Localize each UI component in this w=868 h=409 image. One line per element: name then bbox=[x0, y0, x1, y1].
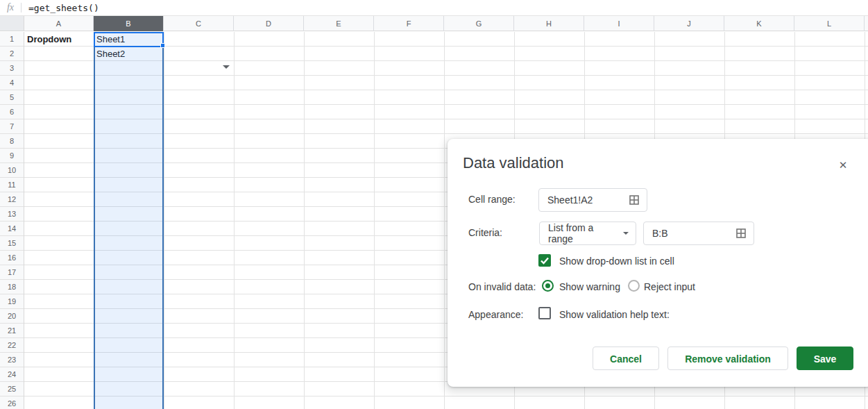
row-header-23[interactable]: 23 bbox=[0, 353, 24, 367]
column-header-h[interactable]: H bbox=[514, 16, 584, 31]
remove-validation-button[interactable]: Remove validation bbox=[667, 347, 788, 370]
select-range-icon[interactable] bbox=[629, 194, 640, 206]
row-header-25[interactable]: 25 bbox=[0, 382, 24, 397]
save-button[interactable]: Save bbox=[797, 347, 853, 370]
row-header-20[interactable]: 20 bbox=[0, 309, 24, 324]
column-header-e[interactable]: E bbox=[304, 16, 374, 31]
cell-range-label: Cell range: bbox=[468, 194, 516, 205]
row-header-15[interactable]: 15 bbox=[0, 236, 24, 251]
row-header-8[interactable]: 8 bbox=[0, 134, 24, 149]
row-header-12[interactable]: 12 bbox=[0, 192, 24, 207]
column-header-g[interactable]: G bbox=[444, 16, 514, 31]
column-header-i[interactable]: I bbox=[584, 16, 654, 31]
cell-range-value: Sheet1!A2 bbox=[547, 194, 629, 206]
criteria-range-input[interactable]: B:B bbox=[643, 222, 754, 245]
data-validation-dialog: Data validation ✕ Cell range: Sheet1!A2 … bbox=[448, 139, 868, 387]
column-header-l[interactable]: L bbox=[794, 16, 865, 31]
column-header-d[interactable]: D bbox=[234, 16, 304, 31]
row-header-3[interactable]: 3 bbox=[0, 61, 24, 76]
criteria-range-value: B:B bbox=[652, 228, 735, 239]
column-headers: ABCDEFGHIJKL bbox=[0, 16, 868, 31]
dropdown-arrow-icon bbox=[623, 232, 629, 235]
show-dropdown-label: Show drop-down list in cell bbox=[559, 256, 674, 267]
help-text-checkbox[interactable] bbox=[538, 307, 551, 319]
cell-a1[interactable]: Dropdown bbox=[24, 32, 94, 47]
column-header-j[interactable]: J bbox=[654, 16, 724, 31]
cancel-button[interactable]: Cancel bbox=[593, 347, 659, 370]
fill-handle[interactable] bbox=[160, 43, 165, 48]
formula-bar-divider bbox=[21, 3, 22, 12]
row-header-18[interactable]: 18 bbox=[0, 280, 24, 294]
row-header-24[interactable]: 24 bbox=[0, 367, 24, 382]
show-warning-radio[interactable] bbox=[542, 280, 554, 292]
column-header-c[interactable]: C bbox=[164, 16, 234, 31]
row-header-1[interactable]: 1 bbox=[0, 32, 24, 47]
show-dropdown-checkbox[interactable] bbox=[538, 254, 551, 267]
on-invalid-data-label: On invalid data: bbox=[468, 281, 536, 292]
criteria-label: Criteria: bbox=[468, 227, 502, 238]
checkmark-icon bbox=[538, 254, 551, 267]
row-header-2[interactable]: 2 bbox=[0, 47, 24, 61]
reject-input-radio[interactable] bbox=[628, 280, 640, 292]
row-header-16[interactable]: 16 bbox=[0, 251, 24, 265]
close-icon[interactable]: ✕ bbox=[836, 158, 850, 172]
column-header-b[interactable]: B bbox=[94, 16, 164, 31]
row-header-6[interactable]: 6 bbox=[0, 105, 24, 119]
row-header-26[interactable]: 26 bbox=[0, 397, 24, 409]
row-header-5[interactable]: 5 bbox=[0, 90, 24, 105]
dialog-title: Data validation bbox=[463, 154, 564, 172]
row-header-10[interactable]: 10 bbox=[0, 163, 24, 178]
select-range-icon[interactable] bbox=[735, 228, 747, 239]
formula-input[interactable]: =get_sheets() bbox=[28, 3, 99, 13]
column-header-k[interactable]: K bbox=[724, 16, 794, 31]
row-header-19[interactable]: 19 bbox=[0, 294, 24, 309]
row-header-11[interactable]: 11 bbox=[0, 178, 24, 192]
fx-icon: fx bbox=[0, 2, 21, 13]
row-header-21[interactable]: 21 bbox=[0, 324, 24, 338]
criteria-dropdown[interactable]: List from a range bbox=[539, 222, 636, 245]
cell-dropdown-arrow-icon[interactable] bbox=[223, 65, 230, 69]
row-header-4[interactable]: 4 bbox=[0, 76, 24, 90]
help-text-label: Show validation help text: bbox=[559, 309, 670, 320]
row-headers: 1234567891011121314151617181920212223242… bbox=[0, 32, 24, 409]
appearance-label: Appearance: bbox=[468, 309, 523, 320]
row-header-13[interactable]: 13 bbox=[0, 207, 24, 222]
cell-b1[interactable]: Sheet1 bbox=[94, 32, 164, 47]
row-header-14[interactable]: 14 bbox=[0, 222, 24, 236]
cell-b2[interactable]: Sheet2 bbox=[94, 47, 164, 61]
row-header-17[interactable]: 17 bbox=[0, 265, 24, 280]
show-warning-label: Show warning bbox=[559, 281, 620, 292]
column-header-a[interactable]: A bbox=[24, 16, 94, 31]
select-all-corner[interactable] bbox=[0, 16, 24, 31]
cell-range-input[interactable]: Sheet1!A2 bbox=[538, 188, 647, 212]
row-header-7[interactable]: 7 bbox=[0, 119, 24, 134]
criteria-selected-option: List from a range bbox=[548, 222, 618, 244]
formula-bar: fx =get_sheets() bbox=[0, 0, 868, 16]
row-header-9[interactable]: 9 bbox=[0, 149, 24, 163]
row-header-22[interactable]: 22 bbox=[0, 338, 24, 353]
column-header-f[interactable]: F bbox=[374, 16, 444, 31]
reject-input-label: Reject input bbox=[644, 281, 695, 292]
